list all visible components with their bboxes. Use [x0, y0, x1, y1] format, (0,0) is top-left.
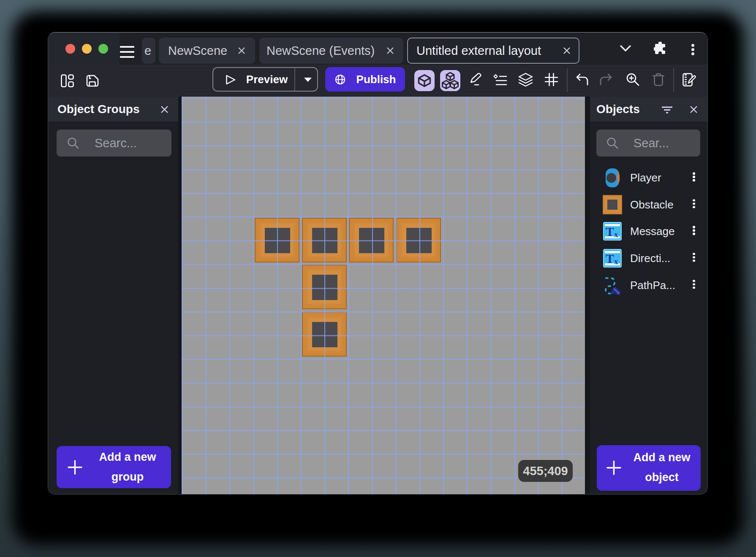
svg-text:T: T	[606, 224, 614, 238]
svg-text:x: x	[614, 230, 618, 239]
svg-text:T: T	[606, 251, 614, 265]
svg-text:x: x	[614, 257, 618, 266]
